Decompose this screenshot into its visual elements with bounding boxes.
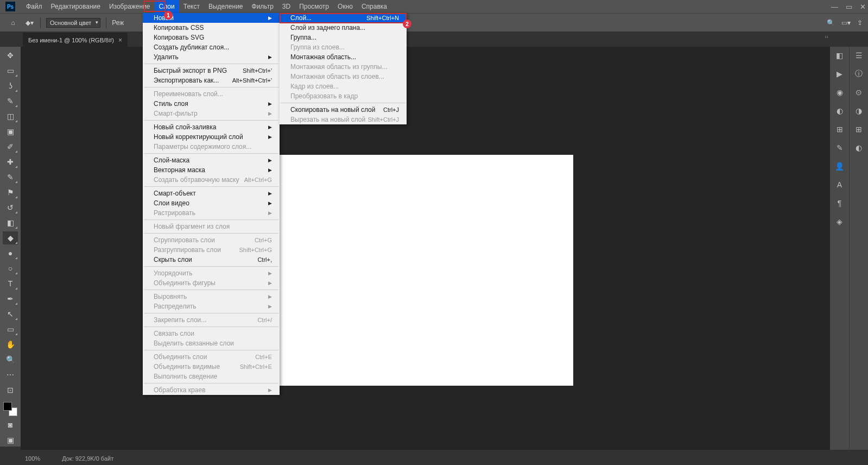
panel-icon-right-4[interactable]: ⊞ (853, 124, 864, 135)
menu-item-экспортировать-как-[interactable]: Экспортировать как...Alt+Shift+Ctrl+' (143, 76, 280, 85)
edit-toolbar[interactable]: ⊡ (3, 384, 18, 397)
close-button[interactable]: ✕ (860, 3, 866, 11)
menu-item-смарт-фильтр: Смарт-фильтр▶ (143, 109, 280, 118)
fill-mode-dropdown[interactable]: Основной цвет (46, 18, 100, 28)
minimize-button[interactable]: — (831, 3, 838, 11)
frame-tool[interactable]: ▣ (3, 125, 18, 138)
menu-файл[interactable]: Файл (22, 0, 47, 13)
menu-item-слои-видео[interactable]: Слои видео▶ (143, 198, 280, 208)
move-tool[interactable]: ✥ (3, 49, 18, 62)
menu-3d[interactable]: 3D (278, 0, 295, 13)
lasso-tool[interactable]: ʖ (3, 79, 18, 92)
menu-item-копировать-css[interactable]: Копировать CSS (143, 23, 280, 33)
menu-item-слой-из-заднего-плана-[interactable]: Слой из заднего плана... (280, 23, 407, 33)
search-icon[interactable]: 🔍 (827, 19, 835, 27)
window-controls: — ▭ ✕ (831, 0, 866, 13)
menu-item-выполнить-сведение: Выполнить сведение (143, 372, 280, 381)
document-tab[interactable]: Без имени-1 @ 100% (RGB/8#) × (23, 33, 128, 47)
panel-icon-right-5[interactable]: ◐ (853, 142, 864, 153)
type-tool[interactable]: T (3, 277, 18, 290)
zoom-tool[interactable]: 🔍 (3, 353, 18, 366)
menu-item-слой-[interactable]: Слой...Shift+Ctrl+N (280, 13, 407, 23)
eyedropper-tool[interactable]: ✐ (3, 140, 18, 153)
eraser-tool[interactable]: ◧ (3, 216, 18, 229)
panel-icon-left-0[interactable]: ◧ (834, 50, 845, 61)
maximize-button[interactable]: ▭ (846, 3, 852, 11)
panel-icon-left-3[interactable]: ◐ (834, 105, 845, 116)
menu-item-векторная-маска[interactable]: Векторная маска▶ (143, 165, 280, 175)
menu-фильтр[interactable]: Фильтр (248, 0, 278, 13)
color-swatches[interactable] (3, 402, 17, 416)
panel-icon-left-6[interactable]: 👤 (834, 161, 845, 172)
close-tab-icon[interactable]: × (118, 36, 122, 44)
menu-item-новый[interactable]: Новый▶ (143, 13, 280, 23)
menu-item-группа-[interactable]: Группа... (280, 33, 407, 42)
menu-изображение[interactable]: Изображение (105, 0, 155, 13)
panel-icon-left-1[interactable]: ▶ (834, 68, 845, 79)
menu-item-объединить-слои: Объединить слоиCtrl+E (143, 352, 280, 362)
panel-icon-left-5[interactable]: ✎ (834, 142, 845, 153)
panel-icon-left-4[interactable]: ⊞ (834, 124, 845, 135)
menu-редактирование[interactable]: Редактирование (47, 0, 105, 13)
menu-item-слой-маска[interactable]: Слой-маска▶ (143, 155, 280, 165)
menu-item-закрепить-слои-: Закрепить слои...Ctrl+/ (143, 315, 280, 325)
menu-item-скопировать-на-новый-слой[interactable]: Скопировать на новый слойCtrl+J (280, 105, 407, 115)
blur-tool[interactable]: ● (3, 247, 18, 260)
menu-item-стиль-слоя[interactable]: Стиль слоя▶ (143, 99, 280, 109)
hand-tool[interactable]: ✋ (3, 338, 18, 351)
document-tab-bar: Без имени-1 @ 100% (RGB/8#) × (0, 32, 868, 47)
menu-item-создать-дубликат-слоя-[interactable]: Создать дубликат слоя... (143, 42, 280, 52)
workspace-icon[interactable]: ▭▾ (841, 19, 851, 27)
panel-collapse-icon[interactable]: ‹‹ (825, 34, 828, 40)
history-brush-tool[interactable]: ↺ (3, 201, 18, 214)
menu-item-новый-слой-заливка[interactable]: Новый слой-заливка▶ (143, 122, 280, 132)
crop-tool[interactable]: ◫ (3, 110, 18, 123)
layers-new-submenu: Слой...Shift+Ctrl+NСлой из заднего плана… (280, 13, 407, 124)
panel-icon-left-9[interactable]: ◈ (834, 216, 845, 227)
menu-item-монтажная-область-[interactable]: Монтажная область... (280, 52, 407, 62)
brush-tool[interactable]: ✎ (3, 171, 18, 184)
menu-item-связать-слои: Связать слои (143, 329, 280, 338)
menu-окно[interactable]: Окно (333, 0, 357, 13)
menu-item-объединить-видимые: Объединить видимыеShift+Ctrl+E (143, 362, 280, 372)
bucket-tool[interactable]: ◆ (3, 231, 18, 244)
menu-item-обработка-краев: Обработка краев▶ (143, 385, 280, 395)
document-size[interactable]: Док: 922,9K/0 байт (62, 455, 113, 462)
zoom-level[interactable]: 100% (25, 455, 40, 462)
panel-icon-left-2[interactable]: ◉ (834, 87, 845, 98)
menu-справка[interactable]: Справка (357, 0, 391, 13)
menu-item-новый-корректирующий-слой[interactable]: Новый корректирующий слой▶ (143, 132, 280, 142)
menu-выделение[interactable]: Выделение (204, 0, 248, 13)
menu-item-группа-из-слоев-: Группа из слоев... (280, 42, 407, 52)
shape-tool[interactable]: ▭ (3, 323, 18, 336)
quick-mask-toggle[interactable]: ◙ (3, 418, 18, 431)
panel-icon-right-0[interactable]: ☰ (853, 50, 864, 61)
home-icon[interactable]: ⌂ (8, 17, 18, 28)
menu-текст[interactable]: Текст (179, 0, 204, 13)
quick-select-tool[interactable]: ✎ (3, 95, 18, 108)
panel-icon-left-8[interactable]: ¶ (834, 198, 845, 209)
document-canvas[interactable] (277, 155, 573, 386)
panel-icon-right-2[interactable]: ⊙ (853, 87, 864, 98)
more-tool[interactable]: ⋯ (3, 368, 18, 381)
healing-tool[interactable]: ✚ (3, 155, 18, 168)
menu-item-скрыть-слои[interactable]: Скрыть слоиCtrl+, (143, 255, 280, 265)
panel-icon-right-1[interactable]: ⓘ (853, 68, 864, 79)
options-bar: ⌂ ◆▾ Основной цвет Реж 🔍 ▭▾ ⇪ (0, 13, 868, 32)
screen-mode-toggle[interactable]: ▣ (3, 433, 18, 447)
panel-icon-left-7[interactable]: A (834, 179, 845, 190)
menu-item-быстрый-экспорт-в-png[interactable]: Быстрый экспорт в PNGShift+Ctrl+' (143, 66, 280, 76)
menu-item-копировать-svg[interactable]: Копировать SVG (143, 33, 280, 42)
stamp-tool[interactable]: ⚑ (3, 186, 18, 199)
menu-просмотр[interactable]: Просмотр (295, 0, 333, 13)
dodge-tool[interactable]: ○ (3, 262, 18, 275)
current-tool-icon[interactable]: ◆▾ (24, 17, 35, 28)
menu-item-смарт-объект[interactable]: Смарт-объект▶ (143, 188, 280, 198)
menu-item-удалить[interactable]: Удалить▶ (143, 52, 280, 62)
share-icon[interactable]: ⇪ (857, 19, 863, 27)
panel-icon-right-3[interactable]: ◑ (853, 105, 864, 116)
marquee-tool[interactable]: ▭ (3, 64, 18, 77)
photoshop-logo: Ps (5, 2, 15, 11)
path-select-tool[interactable]: ↖ (3, 307, 18, 321)
pen-tool[interactable]: ✒ (3, 292, 18, 305)
